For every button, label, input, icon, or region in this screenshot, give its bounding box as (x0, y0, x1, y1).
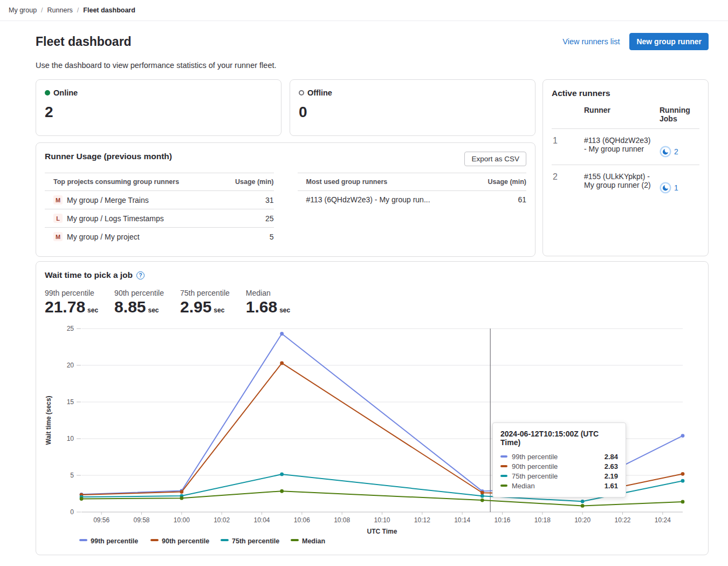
active-runner-row: 1#113 (6QHdzW2e3) - My group runner2 (552, 129, 699, 165)
help-icon[interactable]: ? (136, 271, 145, 279)
legend-swatch (79, 539, 87, 541)
active-runner-rows: 1#113 (6QHdzW2e3) - My group runner22#15… (552, 129, 699, 201)
x-axis-name: UTC Time (367, 528, 397, 535)
data-point-median (581, 504, 585, 508)
x-tick-label: 10:10 (374, 516, 390, 524)
breadcrumb-my-group[interactable]: My group (9, 6, 37, 14)
project-name: #113 (6QHdzW2e3) - My group run... (306, 195, 430, 204)
active-runners-panel: Active runners Runner Running Jobs 1#113… (542, 79, 709, 256)
x-tick-label: 10:04 (253, 516, 270, 524)
most-used-runners-rows: #113 (6QHdzW2e3) - My group run...61 (298, 191, 527, 208)
project-avatar: M (53, 195, 63, 204)
legend-label: 90th percentile (162, 537, 209, 545)
offline-count: 0 (299, 104, 526, 121)
x-tick-label: 10:06 (294, 516, 310, 524)
active-runner-row: 2#155 (ULkKYpkpt) - My group runner (2)1 (552, 165, 699, 201)
tooltip-series-swatch (500, 455, 507, 458)
tooltip-series-swatch (500, 475, 507, 477)
data-point-median (280, 489, 284, 493)
data-point-90th-percentile (180, 490, 183, 494)
wait-time-panel: Wait time to pick a job ? 99th percentil… (36, 261, 709, 555)
runner-usage-title: Runner Usage (previous month) (45, 152, 172, 161)
stat-label: Median (246, 289, 290, 297)
tooltip-series-label: 99th percentile (512, 453, 600, 461)
runner-name[interactable]: #113 (6QHdzW2e3) - My group runner (584, 136, 660, 153)
online-status-icon (45, 90, 50, 96)
wait-time-title: Wait time to pick a job (45, 270, 133, 280)
new-group-runner-button[interactable]: New group runner (629, 33, 709, 50)
data-point-median (681, 500, 685, 504)
project-avatar: L (53, 214, 63, 223)
page-description: Use the dashboard to view performance st… (36, 61, 709, 70)
left-column: Online 2 Offline 0 Runner Usage (previou… (36, 79, 535, 257)
wait-time-stat: 99th percentile21.78sec (45, 289, 98, 320)
table-row: #113 (6QHdzW2e3) - My group run...61 (298, 191, 527, 208)
x-tick-label: 10:20 (574, 516, 590, 524)
data-point-median (180, 496, 183, 500)
legend-item-median[interactable]: Median (291, 537, 325, 545)
y-axis-name: Wait time (secs) (45, 396, 52, 445)
legend-item-99th-percentile[interactable]: 99th percentile (79, 537, 138, 545)
y-tick-label: 15 (67, 398, 74, 406)
x-tick-label: 10:18 (534, 516, 551, 524)
data-point-90th-percentile (280, 362, 284, 365)
y-tick-label: 0 (70, 508, 74, 516)
stat-value: 1.68sec (246, 297, 290, 320)
y-tick-label: 25 (67, 325, 74, 332)
data-point-99th-percentile (681, 434, 685, 438)
table-row: MMy group / My project5 (45, 228, 274, 246)
usage-value: 61 (518, 195, 526, 204)
breadcrumb: My group / Runners / Fleet dashboard (0, 0, 728, 21)
legend-label: 75th percentile (232, 537, 279, 545)
export-csv-button[interactable]: Export as CSV (464, 152, 526, 166)
online-count: 2 (45, 104, 272, 121)
page-header: Fleet dashboard View runners list New gr… (36, 33, 709, 50)
project-label: My group / My project (67, 233, 140, 241)
tooltip-series-value: 2.63 (605, 462, 618, 470)
top-projects-usage-header: Usage (min) (235, 178, 274, 186)
tooltip-series-value: 2.19 (605, 472, 618, 480)
wait-time-stat: 75th percentile2.95sec (180, 289, 230, 320)
breadcrumb-runners[interactable]: Runners (47, 6, 73, 14)
project-label: My group / Merge Trains (67, 196, 149, 204)
data-point-75th-percentile (280, 473, 284, 476)
project-avatar: M (53, 232, 63, 241)
stat-unit: sec (87, 306, 98, 314)
x-tick-label: 10:14 (454, 516, 470, 524)
x-tick-label: 10:00 (174, 516, 190, 524)
data-point-90th-percentile (480, 491, 484, 495)
tooltip-series-label: Median (512, 482, 600, 490)
offline-runners-card: Offline 0 (290, 79, 535, 136)
runner-usage-panel: Runner Usage (previous month) Export as … (36, 142, 535, 257)
chart-tooltip: 2024-06-12T10:15:00Z (UTC Time) 99th per… (492, 422, 626, 497)
runner-index: 2 (552, 172, 584, 182)
data-point-75th-percentile (581, 500, 585, 503)
wait-time-stat: Median1.68sec (246, 289, 290, 320)
data-point-99th-percentile (280, 332, 284, 336)
data-point-median (480, 499, 484, 502)
running-status-icon (660, 182, 671, 194)
legend-item-90th-percentile[interactable]: 90th percentile (150, 537, 209, 545)
breadcrumb-current: Fleet dashboard (83, 6, 135, 14)
data-point-75th-percentile (681, 479, 685, 483)
runner-name[interactable]: #155 (ULkKYpkpt) - My group runner (2) (584, 172, 660, 189)
tooltip-series-swatch (500, 465, 507, 467)
top-projects-header: Top projects consuming group runners (53, 178, 179, 186)
active-runners-table: Runner Running Jobs 1#113 (6QHdzW2e3) - … (552, 106, 699, 201)
usage-value: 5 (270, 233, 274, 241)
running-jobs-count[interactable]: 2 (674, 147, 678, 156)
online-label: Online (53, 88, 78, 97)
usage-value: 31 (265, 196, 274, 204)
tooltip-row: Median1.61 (500, 481, 618, 490)
x-tick-label: 09:56 (93, 516, 109, 524)
stat-unit: sec (214, 306, 224, 314)
tooltip-row: 75th percentile2.19 (500, 471, 618, 481)
top-projects-table: Top projects consuming group runners Usa… (45, 173, 274, 246)
project-label: #113 (6QHdzW2e3) - My group run... (306, 195, 430, 204)
legend-item-75th-percentile[interactable]: 75th percentile (221, 537, 279, 545)
stat-value: 2.95sec (180, 297, 230, 320)
running-jobs-cell: 2 (660, 146, 699, 158)
stat-value: 8.85sec (114, 297, 164, 320)
running-jobs-count[interactable]: 1 (674, 183, 678, 192)
view-runners-list-link[interactable]: View runners list (562, 37, 620, 46)
